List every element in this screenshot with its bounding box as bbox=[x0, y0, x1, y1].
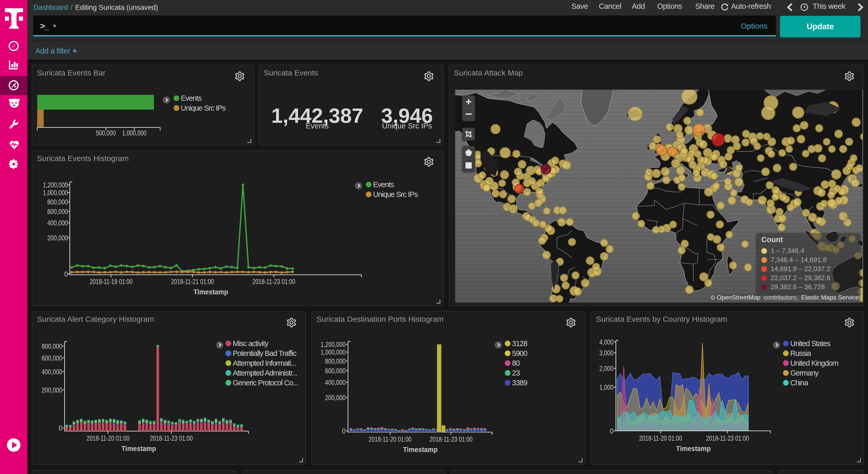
svg-text:1,000,000: 1,000,000 bbox=[122, 129, 147, 137]
svg-text:1,200,000: 1,200,000 bbox=[320, 340, 346, 348]
svg-text:0: 0 bbox=[610, 427, 614, 435]
svg-text:1,000: 1,000 bbox=[599, 383, 614, 391]
svg-text:600,000: 600,000 bbox=[41, 354, 62, 362]
svg-text:800,000: 800,000 bbox=[325, 357, 346, 365]
svg-text:3,000: 3,000 bbox=[599, 349, 614, 357]
svg-text:600,000: 600,000 bbox=[47, 208, 68, 215]
svg-text:2018-11-21 01:00: 2018-11-21 01:00 bbox=[171, 277, 214, 286]
svg-text:600,000: 600,000 bbox=[325, 367, 346, 375]
svg-text:200,000: 200,000 bbox=[47, 234, 68, 242]
svg-text:2018-11-23 01:00: 2018-11-23 01:00 bbox=[252, 277, 295, 286]
svg-text:0: 0 bbox=[59, 424, 62, 432]
svg-text:2018-11-23 01:00: 2018-11-23 01:00 bbox=[430, 435, 472, 443]
svg-text:200,000: 200,000 bbox=[41, 386, 62, 394]
svg-text:2,000: 2,000 bbox=[599, 364, 614, 373]
svg-text:1,000,000: 1,000,000 bbox=[43, 189, 68, 197]
svg-text:2018-11-19 01:00: 2018-11-19 01:00 bbox=[90, 277, 132, 286]
svg-text:Timestamp: Timestamp bbox=[193, 288, 228, 296]
svg-text:800,000: 800,000 bbox=[41, 342, 62, 350]
svg-text:0: 0 bbox=[64, 270, 68, 278]
svg-text:Timestamp: Timestamp bbox=[676, 445, 711, 452]
svg-text:2018-11-20 01:00: 2018-11-20 01:00 bbox=[369, 435, 411, 443]
svg-text:800,000: 800,000 bbox=[47, 198, 68, 206]
svg-text:2018-11-23 01:00: 2018-11-23 01:00 bbox=[706, 434, 749, 442]
svg-text:Timestamp: Timestamp bbox=[403, 446, 438, 453]
svg-text:400,000: 400,000 bbox=[325, 378, 346, 386]
svg-text:1,000,000: 1,000,000 bbox=[320, 348, 346, 356]
svg-text:2018-11-20 01:00: 2018-11-20 01:00 bbox=[639, 434, 682, 442]
svg-text:1,200,000: 1,200,000 bbox=[43, 181, 68, 189]
svg-text:4,000: 4,000 bbox=[599, 338, 614, 346]
svg-text:Timestamp: Timestamp bbox=[121, 445, 156, 452]
svg-text:400,000: 400,000 bbox=[47, 219, 68, 227]
svg-text:200,000: 200,000 bbox=[325, 394, 346, 402]
svg-text:500,000: 500,000 bbox=[96, 129, 116, 137]
svg-text:400,000: 400,000 bbox=[41, 368, 62, 376]
svg-text:2018-11-20 01:00: 2018-11-20 01:00 bbox=[87, 434, 129, 442]
svg-text:2018-11-23 01:00: 2018-11-23 01:00 bbox=[150, 434, 193, 442]
svg-text:0: 0 bbox=[342, 427, 346, 435]
